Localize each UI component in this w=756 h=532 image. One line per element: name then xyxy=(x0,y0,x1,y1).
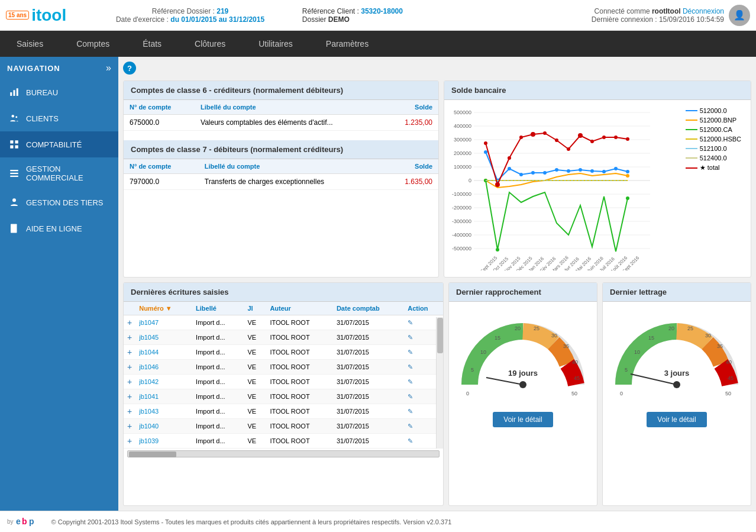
entries-col-libelle[interactable]: Libellé xyxy=(192,302,244,315)
legend-item: 512000.0 xyxy=(686,107,741,114)
cell-auteur: ITOOL ROOT xyxy=(266,345,333,360)
sidebar-label-aide: AIDE EN LIGNE xyxy=(26,224,82,233)
table-row: + jb1040 Import d... VE ITOOL ROOT 31/07… xyxy=(124,419,443,434)
entries-col-auteur[interactable]: Auteur xyxy=(266,302,333,315)
svg-point-3 xyxy=(12,115,15,118)
svg-text:500000: 500000 xyxy=(454,109,471,115)
footer: by e b p © Copyright 2001-2013 Itool Sys… xyxy=(0,511,756,532)
sidebar-label-clients: CLIENTS xyxy=(26,114,59,123)
table-row: + jb1042 Import d... VE ITOOL ROOT 31/07… xyxy=(124,375,443,389)
sidebar-item-comptabilite[interactable]: COMPTABILITÉ xyxy=(0,131,118,157)
cell-plus[interactable]: + xyxy=(124,434,135,449)
table-row: 797000.0 Transferts de charges exception… xyxy=(124,174,438,190)
svg-point-108 xyxy=(673,381,680,388)
svg-point-52 xyxy=(626,174,629,178)
solde-bancaire-title: Solde bancaire xyxy=(444,81,751,100)
svg-text:50: 50 xyxy=(725,391,731,396)
cell-libelle: Valeurs comptables des éléments d'actif.… xyxy=(195,115,386,131)
svg-text:300000: 300000 xyxy=(454,137,471,143)
cell-plus[interactable]: + xyxy=(124,404,135,419)
nav-utilitaires[interactable]: Utilitaires xyxy=(242,31,309,57)
svg-point-63 xyxy=(567,147,570,151)
cell-plus[interactable]: + xyxy=(124,315,135,330)
entries-col-date[interactable]: Date comptab xyxy=(333,302,404,315)
date-exercice-label: Date d'exercice : xyxy=(116,15,169,24)
help-icon[interactable]: ? xyxy=(123,62,136,75)
users-icon xyxy=(8,112,20,124)
svg-text:e: e xyxy=(16,517,21,526)
legend-item: ★ total xyxy=(686,164,741,172)
lettrage-title: Dernier lettrage xyxy=(603,283,751,302)
lettrage-detail-button[interactable]: Voir le détail xyxy=(647,412,706,427)
classe7-col-num: N° de compte xyxy=(124,159,199,174)
svg-text:30: 30 xyxy=(551,333,557,338)
legend-item: 512000.BNP xyxy=(686,117,741,124)
sidebar-item-aide[interactable]: AIDE EN LIGNE xyxy=(0,215,118,241)
svg-point-64 xyxy=(578,133,583,138)
nav-parametres[interactable]: Paramètres xyxy=(309,31,385,57)
logo: 15 ans itool xyxy=(6,6,66,25)
cell-date: 31/07/2015 xyxy=(333,404,404,419)
entries-col-numero[interactable]: Numéro ▼ xyxy=(135,302,192,315)
cell-libelle: Import d... xyxy=(192,419,244,434)
cell-plus[interactable]: + xyxy=(124,389,135,404)
svg-point-4 xyxy=(15,116,17,118)
nav-saisies[interactable]: Saisies xyxy=(0,31,60,57)
logo-years: 15 ans xyxy=(6,11,29,20)
svg-rect-2 xyxy=(17,88,18,96)
entries-wrap: Numéro ▼ Libellé Jl Auteur Date comptab … xyxy=(124,302,443,449)
cell-plus[interactable]: + xyxy=(124,419,135,434)
sidebar-title: NAVIGATION xyxy=(7,64,60,73)
footer-copyright: © Copyright 2001-2013 Itool Systems - To… xyxy=(51,518,452,525)
sidebar-item-bureau[interactable]: BUREAU xyxy=(0,79,118,105)
scrollbar-thumb[interactable] xyxy=(129,452,176,457)
horizontal-scrollbar[interactable] xyxy=(127,450,440,457)
sidebar-collapse-button[interactable]: » xyxy=(106,63,111,73)
svg-point-62 xyxy=(555,138,558,142)
svg-point-12 xyxy=(12,198,16,202)
top-row: Comptes de classe 6 - créditeurs (normal… xyxy=(123,80,751,278)
deconnexion-link[interactable]: Déconnexion xyxy=(683,7,724,15)
svg-point-55 xyxy=(626,196,629,200)
cell-plus[interactable]: + xyxy=(124,330,135,345)
cell-libelle: Import d... xyxy=(192,330,244,345)
sidebar-item-clients[interactable]: CLIENTS xyxy=(0,105,118,131)
nav-etats[interactable]: États xyxy=(126,31,178,57)
svg-text:100000: 100000 xyxy=(454,164,471,170)
cell-plus[interactable]: + xyxy=(124,375,135,389)
cell-auteur: ITOOL ROOT xyxy=(266,434,333,449)
cell-libelle: Import d... xyxy=(192,375,244,389)
svg-text:35: 35 xyxy=(563,343,569,349)
header-client: Référence Client : 35320-18000 Dossier D… xyxy=(302,7,526,24)
footer-ebp: e b p xyxy=(16,516,40,528)
svg-rect-11 xyxy=(10,176,18,177)
cell-auteur: ITOOL ROOT xyxy=(266,375,333,389)
sidebar-header: NAVIGATION » xyxy=(0,57,118,79)
sidebar: NAVIGATION » BUREAU CLIENTS COMPTABILITÉ xyxy=(0,57,118,511)
classe7-col-libelle: Libellé du compte xyxy=(199,159,383,174)
sidebar-item-gestion-commerciale[interactable]: GESTION COMMERCIALE xyxy=(0,157,118,189)
classe6-table: N° de compte Libellé du compte Solde 675… xyxy=(124,100,438,131)
svg-text:0: 0 xyxy=(469,178,471,183)
avatar: 👤 xyxy=(729,5,750,26)
entries-col-jl[interactable]: Jl xyxy=(244,302,266,315)
sidebar-item-gestion-tiers[interactable]: GESTION DES TIERS xyxy=(0,189,118,215)
cell-plus[interactable]: + xyxy=(124,345,135,360)
svg-text:15: 15 xyxy=(648,335,654,341)
svg-point-59 xyxy=(519,136,523,139)
table-row: + jb1039 Import d... VE ITOOL ROOT 31/07… xyxy=(124,434,443,449)
nav-comptes[interactable]: Comptes xyxy=(60,31,126,57)
rapprochement-detail-button[interactable]: Voir le détail xyxy=(493,412,553,427)
cell-plus[interactable]: + xyxy=(124,360,135,375)
svg-point-38 xyxy=(484,150,487,154)
svg-text:-500000: -500000 xyxy=(452,246,471,252)
entries-scroll[interactable]: Numéro ▼ Libellé Jl Auteur Date comptab … xyxy=(124,302,443,449)
nav-clotures[interactable]: Clôtures xyxy=(178,31,242,57)
svg-point-43 xyxy=(543,171,547,175)
table-row: 675000.0 Valeurs comptables des éléments… xyxy=(124,115,438,131)
cell-libelle: Transferts de charges exceptionnelles xyxy=(199,174,383,190)
svg-rect-10 xyxy=(10,173,18,174)
entries-title: Dernières écritures saisies xyxy=(124,283,443,302)
svg-text:400000: 400000 xyxy=(454,123,471,129)
svg-point-45 xyxy=(567,169,570,173)
